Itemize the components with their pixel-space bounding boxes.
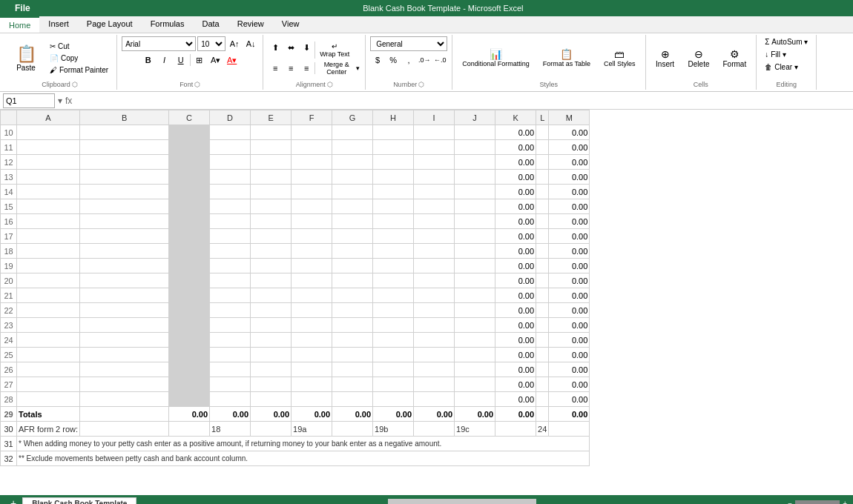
- cell[interactable]: [373, 362, 414, 377]
- font-name-select[interactable]: Arial: [122, 36, 196, 51]
- cell-b[interactable]: [80, 259, 169, 273]
- cell-a[interactable]: [17, 273, 80, 288]
- cell[interactable]: [455, 185, 495, 199]
- cell-c[interactable]: [169, 259, 210, 273]
- cell-b[interactable]: [80, 288, 169, 303]
- increase-font-button[interactable]: A↑: [227, 36, 242, 51]
- cell-c[interactable]: [169, 303, 210, 318]
- cell[interactable]: [332, 244, 373, 259]
- cell[interactable]: [455, 214, 495, 229]
- cell-a[interactable]: [17, 377, 80, 392]
- insert-button[interactable]: ⊕ Insert: [651, 37, 680, 79]
- cell[interactable]: 0.00: [495, 229, 536, 244]
- cell[interactable]: [210, 348, 251, 362]
- cell-a[interactable]: [17, 318, 80, 333]
- clipboard-expand-icon[interactable]: ⬡: [72, 81, 78, 88]
- cell[interactable]: [332, 362, 373, 377]
- cell[interactable]: [373, 303, 414, 318]
- col-header-l[interactable]: L: [536, 110, 549, 125]
- cell-m[interactable]: 0.00: [549, 229, 590, 244]
- cell[interactable]: [414, 140, 455, 155]
- cell-c[interactable]: [169, 348, 210, 362]
- cut-button[interactable]: ✂ Cut: [46, 41, 112, 52]
- cell[interactable]: [373, 259, 414, 273]
- cell[interactable]: 0.00: [495, 199, 536, 214]
- cell[interactable]: [292, 170, 332, 185]
- cell[interactable]: [455, 392, 495, 407]
- cell[interactable]: 19c: [455, 422, 495, 437]
- horizontal-scroll[interactable]: [388, 499, 536, 504]
- cell[interactable]: [251, 155, 292, 170]
- format-button[interactable]: ⚙ Format: [717, 37, 751, 79]
- cell[interactable]: 0.00: [332, 407, 373, 422]
- cell-b[interactable]: [80, 199, 169, 214]
- cell[interactable]: [414, 348, 455, 362]
- cell-c[interactable]: [169, 422, 210, 437]
- cell-m[interactable]: 0.00: [549, 318, 590, 333]
- cell[interactable]: [251, 288, 292, 303]
- cell[interactable]: [332, 273, 373, 288]
- cell[interactable]: [251, 125, 292, 140]
- cell[interactable]: 0.00: [373, 407, 414, 422]
- cell[interactable]: [455, 125, 495, 140]
- cell-l[interactable]: [536, 407, 549, 422]
- cell[interactable]: 0.00: [495, 362, 536, 377]
- clear-button[interactable]: 🗑 Clear ▾: [761, 62, 802, 73]
- cell[interactable]: [332, 333, 373, 348]
- cell-a[interactable]: [17, 244, 80, 259]
- cell-m[interactable]: 0.00: [549, 214, 590, 229]
- cell[interactable]: [292, 140, 332, 155]
- table-row[interactable]: 240.000.00: [1, 333, 590, 348]
- cell[interactable]: [414, 303, 455, 318]
- cell[interactable]: [292, 348, 332, 362]
- cell[interactable]: 0.00: [495, 288, 536, 303]
- cell-l[interactable]: [536, 377, 549, 392]
- file-tab[interactable]: File: [6, 1, 39, 15]
- cell[interactable]: [373, 185, 414, 199]
- cell[interactable]: [251, 229, 292, 244]
- cell-b[interactable]: [80, 333, 169, 348]
- cell[interactable]: [373, 288, 414, 303]
- cell-c[interactable]: [169, 244, 210, 259]
- cell-b[interactable]: [80, 244, 169, 259]
- cell[interactable]: 0.00: [414, 407, 455, 422]
- table-row[interactable]: 250.000.00: [1, 348, 590, 362]
- cell[interactable]: 0.00: [210, 407, 251, 422]
- tab-view[interactable]: View: [273, 16, 309, 33]
- add-sheet-button[interactable]: +: [6, 497, 21, 504]
- cell-m[interactable]: 0.00: [549, 333, 590, 348]
- cell[interactable]: [210, 244, 251, 259]
- cell[interactable]: 0.00: [495, 155, 536, 170]
- cell-c[interactable]: 0.00: [169, 407, 210, 422]
- percent-button[interactable]: %: [386, 53, 401, 67]
- cell[interactable]: 0.00: [495, 333, 536, 348]
- cell[interactable]: [455, 244, 495, 259]
- col-header-h[interactable]: H: [373, 110, 414, 125]
- cell-c[interactable]: [169, 362, 210, 377]
- align-middle-button[interactable]: ⬌: [283, 40, 298, 55]
- cell[interactable]: [373, 244, 414, 259]
- cell[interactable]: [373, 392, 414, 407]
- cell-m[interactable]: 0.00: [549, 259, 590, 273]
- table-row[interactable]: 180.000.00: [1, 244, 590, 259]
- cell-m[interactable]: 0.00: [549, 244, 590, 259]
- autosum-button[interactable]: Σ AutoSum ▾: [761, 36, 811, 47]
- cell[interactable]: [292, 244, 332, 259]
- cell-b[interactable]: [80, 392, 169, 407]
- cell[interactable]: [332, 377, 373, 392]
- cell[interactable]: [414, 244, 455, 259]
- cell[interactable]: 0.00: [495, 185, 536, 199]
- cell[interactable]: [414, 155, 455, 170]
- cell-a[interactable]: [17, 170, 80, 185]
- cell[interactable]: 0.00: [495, 348, 536, 362]
- cell[interactable]: [210, 288, 251, 303]
- cell[interactable]: [373, 214, 414, 229]
- col-header-b[interactable]: B: [80, 110, 169, 125]
- cell[interactable]: [251, 348, 292, 362]
- cell[interactable]: [414, 422, 455, 437]
- cell[interactable]: 0.00: [495, 214, 536, 229]
- cell-b[interactable]: [80, 140, 169, 155]
- table-row[interactable]: 32** Exclude movements between petty cas…: [1, 451, 590, 466]
- cell[interactable]: [210, 170, 251, 185]
- cell[interactable]: [292, 125, 332, 140]
